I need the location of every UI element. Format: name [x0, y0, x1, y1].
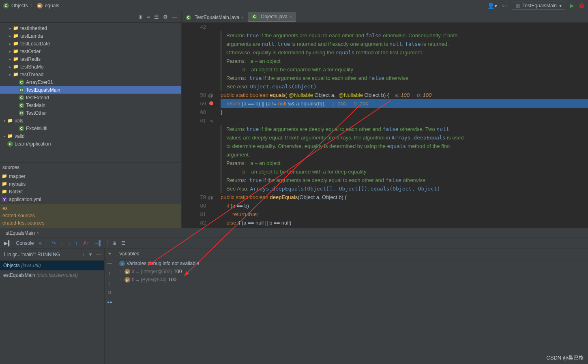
dir-icon	[7, 118, 13, 124]
param-icon: p	[124, 277, 130, 283]
add-watch-icon[interactable]: +	[108, 251, 111, 257]
step-out-icon[interactable]: ↑	[75, 240, 78, 246]
watermark: CSDN @吴巴格	[546, 354, 584, 362]
dir-icon	[13, 72, 19, 77]
down-icon[interactable]: ↓	[109, 280, 111, 286]
cls-icon: C	[19, 110, 24, 116]
override-icon[interactable]: @	[208, 193, 213, 202]
tree-item[interactable]: ▸testThread	[0, 71, 181, 78]
debug-button[interactable]: 🐞	[579, 3, 585, 9]
cls-icon: C	[19, 103, 24, 108]
variables-panel: + — ↑ ↓ ⧉ 👓 Variables i Variables debug …	[105, 248, 588, 364]
dir-icon	[13, 41, 19, 47]
tree-item[interactable]: ▾utils	[0, 117, 181, 124]
param-icon: p	[124, 269, 130, 274]
sidebar-toolbar: ⊕ ≡ ☰ ⚙ —	[0, 11, 181, 23]
stack-frame[interactable]: estEqualsMain (com.lzq.learn.test)	[0, 270, 104, 280]
trace-icon[interactable]: ☰	[121, 240, 126, 246]
copy-icon[interactable]: ⧉	[108, 290, 112, 295]
frames-panel: 1 in gr..."main": RUNNING ↑↓▼— Objects (…	[0, 248, 105, 364]
dir-icon	[13, 26, 19, 31]
force-step-into-icon[interactable]: ↓	[68, 240, 71, 246]
override-icon[interactable]: @	[208, 91, 213, 100]
collapse-icon[interactable]: ☰	[154, 14, 159, 20]
hide-icon[interactable]: —	[172, 14, 177, 20]
tree-item[interactable]: CTestOther	[0, 109, 181, 117]
tree-item[interactable]: CTestEqualsMain	[0, 86, 181, 94]
editor-tab[interactable]: CTestEqualsMain.java×	[182, 13, 248, 22]
thread-label[interactable]: 1 in gr..."main": RUNNING	[3, 252, 60, 257]
edit-icon[interactable]: ✎	[210, 117, 213, 126]
up-icon[interactable]: ↑	[109, 270, 111, 276]
code-editor[interactable]: 42 58@ 59 60 61✎ 79@ 80 81 82 Returns tr…	[182, 23, 588, 228]
tree-item[interactable]: NotGit	[0, 188, 181, 195]
run-button[interactable]: ▶	[570, 3, 574, 9]
remove-watch-icon[interactable]: —	[107, 261, 112, 266]
editor: CTestEqualsMain.java×CObjects.java× 42 5…	[182, 11, 588, 228]
dir-icon	[13, 33, 19, 39]
gear-icon[interactable]: ⚙	[163, 14, 168, 20]
user-icon[interactable]: 👤▾	[487, 2, 497, 9]
variable-info: i Variables debug info not available	[115, 259, 588, 268]
tree-item[interactable]: CArrayExer01	[0, 78, 181, 86]
console-tab[interactable]: Console	[16, 240, 34, 246]
stack-frame[interactable]: Objects (java.util)	[0, 261, 104, 270]
run-config-selector[interactable]: ▦ TestEqualsMain ▾	[512, 2, 565, 10]
dir-icon	[13, 56, 19, 62]
evaluate-icon[interactable]: ⊞	[112, 240, 116, 246]
run-to-cursor-icon[interactable]: →▌	[94, 240, 103, 246]
editor-tab[interactable]: CObjects.java×	[248, 12, 296, 22]
editor-tabs: CTestEqualsMain.java×CObjects.java×	[182, 11, 588, 23]
debug-panel: stEqualsMain × ▶▌ Console ≡ ↷ ↓ ↓ ↑ ✗↑ →…	[0, 228, 588, 364]
breadcrumb-method[interactable]: equals	[45, 3, 59, 9]
close-icon[interactable]: ×	[241, 15, 244, 20]
tree-item[interactable]: CExcelsUtil	[0, 124, 181, 132]
tree-item[interactable]: ▸testOrder	[0, 47, 181, 55]
app-icon: ▦	[515, 3, 520, 9]
threads-icon[interactable]: ≡	[39, 240, 42, 246]
layout-icon[interactable]: ▶▌	[4, 240, 11, 246]
gutter: 42 58@ 59 60 61✎ 79@ 80 81 82	[182, 23, 209, 228]
chevron-right-icon: 〉	[30, 3, 34, 9]
project-tree[interactable]: ▸testInherited▸testLamda▸testLocalDate▸t…	[0, 23, 181, 162]
breakpoint-icon[interactable]	[209, 101, 213, 105]
filter-icon[interactable]: ▼	[88, 252, 93, 257]
locate-icon[interactable]: ⊕	[138, 14, 143, 20]
cls-icon: C	[19, 79, 24, 85]
tree-item[interactable]: CTestMain	[0, 101, 181, 109]
up-icon[interactable]: ↑	[77, 252, 79, 257]
tree-item[interactable]: ▸testShaMo	[0, 63, 181, 71]
expand-icon[interactable]: ≡	[147, 14, 150, 20]
glasses-icon[interactable]: 👓	[107, 300, 113, 305]
info-icon: i	[119, 261, 125, 266]
back-icon[interactable]: ↩	[502, 2, 507, 9]
method-icon: m	[37, 3, 43, 9]
breadcrumb-class[interactable]: Objects	[11, 3, 28, 9]
variable-row[interactable]: 〉p b = {Byte@504} 100	[115, 276, 588, 284]
tree-item[interactable]: mapper	[0, 172, 181, 180]
tree-item[interactable]: Yapplication.yml	[0, 195, 181, 203]
close-icon[interactable]: ×	[290, 15, 292, 19]
tree-item[interactable]: ▸testInherited	[0, 24, 181, 32]
debug-tab[interactable]: stEqualsMain ×	[2, 229, 42, 237]
down-icon[interactable]: ↓	[82, 252, 85, 257]
close-icon[interactable]: ×	[36, 231, 39, 235]
tree-item[interactable]: ▸testLamda	[0, 32, 181, 40]
project-sidebar: ⊕ ≡ ☰ ⚙ — ▸testInherited▸testLamda▸testL…	[0, 11, 182, 228]
java-icon: C	[7, 141, 13, 147]
tree-item[interactable]: CtestExtend	[0, 94, 181, 101]
tree-item[interactable]: ▸valid	[0, 132, 181, 140]
tree-item[interactable]: CLearnApplication	[0, 140, 181, 148]
tree-item[interactable]: ▸testLocalDate	[0, 40, 181, 47]
step-over-icon[interactable]: ↷	[52, 240, 56, 246]
cls-icon: C	[19, 87, 24, 93]
variable-row[interactable]: 〉p a = {Integer@502} 100	[115, 268, 588, 276]
chevron-down-icon: ▾	[559, 3, 562, 9]
drop-frame-icon[interactable]: ✗↑	[83, 240, 89, 246]
tree-item[interactable]: mybatis	[0, 180, 181, 188]
step-into-icon[interactable]: ↓	[61, 240, 63, 246]
more-icon[interactable]: —	[96, 252, 101, 257]
tree-item[interactable]: ▸testRedis	[0, 55, 181, 63]
cls-icon: C	[19, 126, 24, 131]
toolbar-right: 👤▾ ↩ ▦ TestEqualsMain ▾ ▶ 🐞	[487, 2, 585, 10]
